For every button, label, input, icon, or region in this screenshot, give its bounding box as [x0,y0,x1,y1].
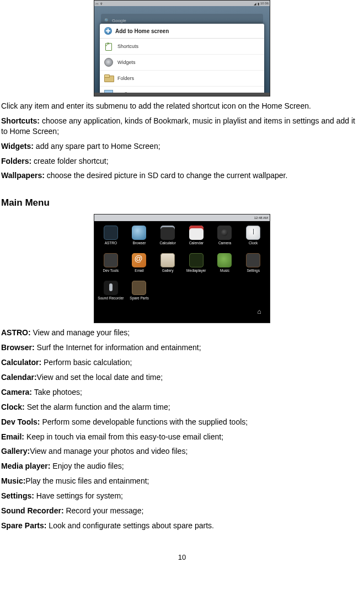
shortcuts-icon [104,42,113,51]
home-button[interactable]: ⌂ [253,307,265,316]
app-label: Dev Tools [103,269,119,273]
astro-icon [104,226,118,240]
text-widgets: add any spare part to Home Screen; [34,142,160,151]
para-widgets: Widgets: add any spare part to Home Scre… [1,141,363,152]
app-mediaplayer[interactable]: Mediaplayer [182,250,211,277]
def-term: ASTRO: [1,328,31,337]
para-click-any-item: Click any item and enter its submenu to … [1,101,363,111]
status-time: 12:48 AM [254,216,268,219]
para-def: Dev Tools: Perform some developable func… [1,417,363,427]
def-text: Perform basic calculation; [41,358,132,367]
para-def: Spare Parts: Look and configurate settin… [1,521,363,531]
gallery-icon [160,253,175,267]
sheet-item-folders[interactable]: Folders [100,71,264,87]
def-text: Have settings for system; [34,491,123,500]
app-calendar[interactable]: Calendar [182,222,211,250]
term-widgets: Widgets: [1,142,34,151]
sheet-item-shortcuts[interactable]: Shortcuts [100,39,264,55]
def-term: Music: [1,476,25,485]
def-term: Settings: [1,491,34,500]
def-term: Browser: [1,343,35,352]
def-text: Look and configurate settings about spar… [46,521,214,530]
status-right: ◢ ▮ 10:36 [254,2,269,6]
def-text: Take photoes; [32,388,82,396]
figure-add-to-home: ▭ ♆ ◢ ▮ 10:36 🔍 Google Add to Home scree… [1,0,363,97]
def-term: Clock: [1,403,25,411]
app-label: Email [135,269,143,273]
statusbar: 12:48 AM [94,215,270,221]
email-icon [132,253,146,267]
browser-icon [132,226,146,240]
figure-main-menu: 12:48 AM ASTRO Browser Calculator Calend… [1,214,363,323]
def-text: Keep in touch via email from this easy-t… [24,432,223,441]
para-wallpapers: Wallpapers: choose the desired picture i… [1,170,363,181]
status-wifi-icon: ◢ [254,2,256,6]
para-def: Calculator: Perform basic calculation; [1,357,363,368]
def-text: View and set the local date and time; [37,373,163,382]
app-camera[interactable]: Camera [211,222,239,250]
def-term: Spare Parts: [1,521,46,530]
para-def: Calendar:View and set the local date and… [1,372,363,383]
devtools-icon [104,253,118,267]
def-text: Set the alarm function and the alarm tim… [25,403,170,411]
app-label: Settings [247,269,260,273]
term-shortcuts: Shortcuts: [1,116,40,125]
app-devtools[interactable]: Dev Tools [97,250,125,277]
term-wallpapers: Wallpapers: [1,171,45,180]
para-def: Email: Keep in touch via email from this… [1,432,363,442]
sheet-item-label: Widgets [117,60,136,65]
app-label: Camera [218,242,231,245]
text-shortcuts: choose any application, kinds of Bookmar… [1,116,355,136]
text-folders: create folder shortcut; [31,157,108,165]
app-label: Browser [133,242,146,245]
calculator-icon [160,226,175,240]
status-usb-icon: ♆ [100,2,103,6]
app-browser[interactable]: Browser [125,222,154,250]
app-label: Calculator [160,242,176,245]
para-def: ASTRO: View and manage your files; [1,328,363,338]
music-icon [217,253,232,267]
app-clock[interactable]: Clock [239,222,267,250]
screenshot-add-to-home-screen: ▭ ♆ ◢ ▮ 10:36 🔍 Google Add to Home scree… [94,0,270,97]
para-def: Camera: Take photoes; [1,387,363,398]
app-settings[interactable]: Settings [239,250,267,277]
app-email[interactable]: Email [125,250,154,277]
app-spareparts[interactable]: Spare Parts [125,277,154,305]
heading-main-menu: Main Menu [1,197,363,208]
app-music[interactable]: Music [211,250,239,277]
status-left: ▭ ♆ [95,2,103,6]
statusbar: ▭ ♆ ◢ ▮ 10:36 [94,1,270,6]
status-time: 10:36 [260,2,269,6]
sheet-item-label: Folders [117,76,134,81]
def-text: Play the music files and entainment; [25,476,149,485]
sheet-header: Add to Home screen [100,24,264,39]
app-label: Mediaplayer [186,269,206,273]
app-calculator[interactable]: Calculator [153,222,182,250]
para-folders: Folders: create folder shortcut; [1,156,363,167]
def-term: Calendar: [1,373,37,382]
app-label: ASTRO [105,242,117,245]
search-icon: 🔍 [104,18,110,23]
para-shortcuts: Shortcuts: choose any application, kinds… [1,116,363,137]
def-text: Surf the Internet for information and en… [35,343,201,352]
app-label: Sound Recorder [98,297,124,301]
sheet-item-widgets[interactable]: Widgets [100,55,264,71]
app-label: Spare Parts [130,297,148,301]
folders-icon [104,74,113,83]
clock-icon [246,226,260,240]
settings-icon [246,253,260,267]
def-term: Media player: [1,462,50,470]
app-soundrecorder[interactable]: Sound Recorder [97,277,125,305]
term-folders: Folders: [1,157,31,165]
def-term: Sound Recorder: [1,506,64,515]
calendar-icon [189,226,204,240]
para-def: Browser: Surf the Internet for informati… [1,342,363,353]
app-gallery[interactable]: Gallery [153,250,182,277]
def-text: View and manage your photos and video fi… [30,447,188,455]
camera-icon [217,226,232,240]
taskbar [94,93,270,96]
app-astro[interactable]: ASTRO [97,222,125,250]
def-text: Perform some developable functions with … [40,417,248,426]
def-term: Dev Tools: [1,417,40,426]
mediaplayer-icon [189,253,204,267]
